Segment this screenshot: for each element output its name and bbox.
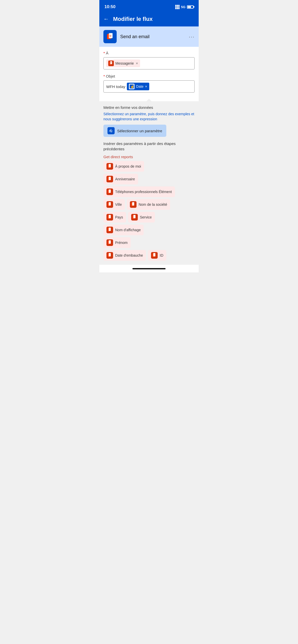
battery-icon: [187, 5, 194, 9]
office-chip-icon-4b: [131, 214, 138, 221]
svg-rect-43: [109, 253, 111, 256]
office-icon-small: [107, 253, 112, 258]
office-chip-icon-4a: [106, 214, 113, 221]
date-token[interactable]: ☝ Date ×: [127, 83, 149, 90]
office-small-icon: O: [109, 61, 113, 65]
svg-rect-46: [153, 253, 155, 256]
get-direct-reports-link[interactable]: Get direct reports: [103, 155, 195, 159]
office-icon-small: [132, 215, 137, 219]
param-chip-a-propos[interactable]: À propos de moi: [103, 161, 144, 172]
page-title: Modifier le flux: [113, 16, 153, 22]
required-star-subject: *: [103, 74, 105, 78]
messagerie-token-close[interactable]: ×: [136, 61, 138, 65]
format-hint: Sélectionnez un paramètre, puis donnez d…: [103, 112, 195, 122]
svg-rect-22: [109, 189, 111, 193]
main-content: *À O Messagerie × *Objet WFH today: [99, 47, 199, 101]
more-options-button[interactable]: ···: [189, 34, 195, 40]
office-chip-icon-0: [106, 163, 113, 170]
param-label-6: Prénom: [115, 241, 128, 245]
office-icon: O: [105, 32, 115, 41]
office-chip-icon-3a: [106, 201, 113, 208]
svg-rect-34: [133, 215, 136, 218]
card-title: Send an email: [120, 34, 185, 39]
to-field-input[interactable]: O Messagerie ×: [103, 57, 195, 69]
param-row-3: Ville Nom de la société: [103, 199, 195, 210]
office-icon-small: [107, 189, 112, 194]
param-chip-service[interactable]: Service: [128, 212, 155, 223]
svg-rect-37: [109, 228, 111, 231]
back-button[interactable]: ←: [103, 16, 109, 22]
svg-rect-16: [109, 164, 111, 167]
param-chip-id[interactable]: ID: [148, 250, 166, 261]
to-field-label: *À: [103, 51, 195, 55]
date-token-icon: ☝: [129, 84, 134, 89]
param-chip-date-embauche[interactable]: Date d'embauche: [103, 250, 146, 261]
app-header: ← Modifier le flux: [99, 13, 199, 26]
param-row-0: À propos de moi: [103, 161, 195, 172]
svg-text:A: A: [109, 129, 111, 132]
home-indicator: [132, 268, 166, 269]
subject-plain-text: WFH today: [106, 84, 125, 89]
required-star-to: *: [103, 51, 105, 55]
insert-params-text: Insérer des paramètres à partir des étap…: [103, 141, 195, 152]
office-chip-icon-7b: [151, 252, 158, 259]
svg-rect-31: [109, 215, 111, 218]
params-grid: À propos de moi Anniversaire: [103, 161, 195, 261]
select-param-button[interactable]: A Z Sélectionner un paramètre: [103, 125, 166, 137]
office-icon-small: [107, 228, 112, 232]
office-chip-icon-7a: [106, 252, 113, 259]
svg-text:O: O: [111, 62, 112, 64]
office-chip-icon-1: [106, 176, 113, 182]
svg-text:O: O: [110, 35, 111, 37]
param-label-4b: Service: [140, 215, 152, 219]
date-token-label: Date: [136, 84, 144, 89]
param-label-0: À propos de moi: [115, 164, 141, 168]
office-icon-small: [131, 202, 136, 207]
param-label-5: Nom d'affichage: [115, 228, 141, 232]
svg-rect-40: [109, 240, 111, 244]
date-token-close[interactable]: ×: [145, 84, 147, 89]
param-row-5: Nom d'affichage: [103, 225, 195, 235]
network-label: 5G: [181, 5, 185, 9]
office-icon-small: [107, 202, 112, 207]
svg-rect-28: [132, 202, 134, 206]
office-chip-icon-2: [106, 188, 113, 195]
param-chip-nom-societe[interactable]: Nom de la société: [127, 199, 170, 210]
param-chip-pays[interactable]: Pays: [103, 212, 126, 223]
card-app-icon: O: [103, 30, 117, 43]
office-icon-small: [107, 240, 112, 245]
param-chip-telephones[interactable]: Téléphones professionnels Élément: [103, 186, 175, 197]
card-header: O Send an email ···: [99, 26, 199, 47]
touch-icon: ☝: [130, 84, 134, 89]
office-icon-small: [107, 177, 112, 181]
param-chip-anniversaire[interactable]: Anniversaire: [103, 174, 138, 184]
param-chip-ville[interactable]: Ville: [103, 199, 125, 210]
param-row-2: Téléphones professionnels Élément: [103, 186, 195, 197]
status-icons: 5G: [175, 5, 194, 9]
signal-icon: [175, 5, 180, 9]
select-param-icon: A Z: [107, 127, 115, 134]
param-row-7: Date d'embauche ID: [103, 250, 195, 261]
subject-field-label: *Objet: [103, 74, 195, 78]
param-row-1: Anniversaire: [103, 174, 195, 184]
dropdown-panel: Mettre en forme vos données Sélectionnez…: [99, 101, 199, 265]
param-chip-nom-affichage[interactable]: Nom d'affichage: [103, 225, 144, 235]
svg-rect-19: [109, 177, 111, 180]
office-chip-icon-6: [106, 239, 113, 246]
param-label-3a: Ville: [115, 202, 122, 207]
office-icon-small: [107, 164, 112, 169]
office-chip-icon-3b: [130, 201, 137, 208]
status-bar: 10:50 5G: [99, 0, 199, 13]
subject-field-input[interactable]: WFH today ☝ Date ×: [103, 80, 195, 93]
format-title: Mettre en forme vos données: [103, 105, 195, 110]
param-chip-prenom[interactable]: Prénom: [103, 237, 131, 248]
svg-text:☝: ☝: [130, 84, 134, 88]
office-chip-icon-5: [106, 227, 113, 233]
messagerie-token-label: Messagerie: [115, 61, 134, 65]
messagerie-token[interactable]: O Messagerie ×: [106, 60, 140, 67]
param-label-1: Anniversaire: [115, 177, 135, 181]
param-row-6: Prénom: [103, 237, 195, 248]
office-token-icon: O: [108, 61, 114, 66]
svg-text:Z: Z: [111, 130, 113, 133]
param-label-4a: Pays: [115, 215, 123, 219]
